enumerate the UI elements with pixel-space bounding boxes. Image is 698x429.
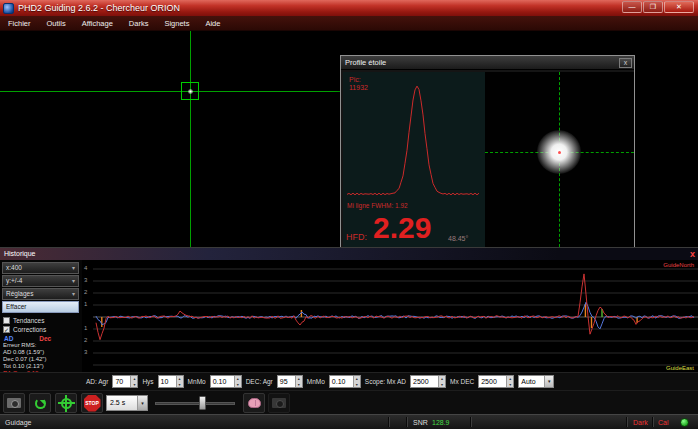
star-profile-window[interactable]: Profile étoile x Pic: 11932 Mi ligne FWH… bbox=[340, 55, 635, 253]
hfd-value: 2.29 bbox=[373, 212, 431, 244]
menu-affichage[interactable]: Affichage bbox=[74, 16, 121, 31]
max-dec-duration-value: 2500 bbox=[479, 376, 506, 387]
peak-readout: Pic: 11932 bbox=[349, 76, 368, 92]
status-mode: Guidage bbox=[5, 415, 31, 429]
status-separator bbox=[652, 417, 654, 427]
camera-icon bbox=[272, 398, 286, 408]
menu-fichier[interactable]: Fichier bbox=[0, 16, 39, 31]
guide-target-icon bbox=[61, 398, 72, 409]
spinner-icon[interactable]: ▴▾ bbox=[438, 376, 445, 387]
rms-total: Tot 0.10 (2.13") bbox=[3, 363, 44, 369]
maximize-button[interactable]: ❐ bbox=[643, 1, 663, 13]
history-controls: x:400 ▾ y:+/-4 ▾ Réglages ▾ Effacer Tend… bbox=[0, 260, 82, 373]
star-centroid-marker bbox=[558, 151, 561, 154]
guiding-graph: 4 3 2 1 1 2 3 GuideNorth GuideEast bbox=[82, 260, 698, 373]
history-close-icon[interactable]: x bbox=[690, 248, 695, 260]
max-dec-duration-stepper[interactable]: 2500 ▴▾ bbox=[478, 375, 514, 388]
status-separator bbox=[470, 417, 472, 427]
param-label-max-ra: Scope: Mx AD bbox=[365, 378, 406, 385]
settings-dropdown[interactable]: Réglages ▾ bbox=[2, 288, 79, 300]
spinner-icon[interactable]: ▴▾ bbox=[130, 376, 137, 387]
y-tick: 3 bbox=[84, 277, 87, 284]
history-titlebar[interactable]: Historique bbox=[0, 248, 698, 260]
y-tick: 3 bbox=[84, 349, 87, 356]
close-button[interactable]: ✕ bbox=[664, 1, 694, 13]
spinner-icon[interactable]: ▴▾ bbox=[506, 376, 513, 387]
hfd-angle: 48.45° bbox=[448, 235, 468, 242]
star-profile-close-icon[interactable]: x bbox=[619, 58, 632, 68]
corrections-checkbox-row[interactable]: ✓ Corrections bbox=[3, 325, 46, 334]
minimize-button[interactable]: — bbox=[622, 1, 642, 13]
lock-crosshair-horizontal bbox=[0, 91, 343, 92]
star-zoom-pane bbox=[485, 72, 634, 252]
ra-aggression-stepper[interactable]: 70 ▴▾ bbox=[112, 375, 138, 388]
exposure-duration-select[interactable]: 2.5 s ▾ bbox=[106, 395, 148, 411]
star-profile-titlebar[interactable]: Profile étoile bbox=[341, 56, 634, 70]
chevron-down-icon: ▾ bbox=[544, 376, 553, 387]
param-label-dec-agr: DEC: Agr bbox=[246, 378, 273, 385]
status-separator bbox=[388, 417, 390, 427]
guide-north-label: GuideNorth bbox=[663, 262, 694, 268]
chevron-down-icon: ▾ bbox=[72, 289, 75, 299]
menu-signets[interactable]: Signets bbox=[156, 16, 197, 31]
chevron-down-icon: ▾ bbox=[72, 263, 75, 273]
camera-settings-button[interactable] bbox=[268, 393, 290, 413]
hysteresis-stepper[interactable]: 10 ▴▾ bbox=[158, 375, 184, 388]
stop-button[interactable]: STOP bbox=[81, 393, 103, 413]
y-tick: 1 bbox=[84, 325, 87, 332]
spinner-icon[interactable]: ▴▾ bbox=[176, 376, 183, 387]
ra-minmove-stepper[interactable]: 0.10 ▴▾ bbox=[210, 375, 242, 388]
dec-aggression-value: 95 bbox=[278, 376, 295, 387]
dec-mode-value: Auto bbox=[519, 376, 544, 387]
window-titlebar[interactable]: PHD2 Guiding 2.6.2 - Chercheur ORION — ❐… bbox=[0, 0, 698, 16]
chevron-down-icon: ▾ bbox=[72, 276, 75, 286]
gamma-slider[interactable] bbox=[155, 395, 235, 411]
menu-aide[interactable]: Aide bbox=[197, 16, 228, 31]
trend-checkbox[interactable] bbox=[3, 317, 10, 324]
menu-darks[interactable]: Darks bbox=[121, 16, 157, 31]
x-scale-dropdown[interactable]: x:400 ▾ bbox=[2, 262, 79, 274]
y-scale-dropdown[interactable]: y:+/-4 ▾ bbox=[2, 275, 79, 287]
advanced-settings-button[interactable] bbox=[243, 393, 265, 413]
peak-label: Pic: bbox=[349, 76, 368, 84]
menu-outils[interactable]: Outils bbox=[39, 16, 74, 31]
loop-exposures-button[interactable] bbox=[29, 393, 51, 413]
trend-checkbox-row[interactable]: Tendances bbox=[3, 316, 44, 325]
camera-icon bbox=[7, 398, 21, 408]
status-separator bbox=[626, 417, 628, 427]
legend-ra: AD bbox=[4, 335, 13, 342]
guiding-graph-plot bbox=[82, 260, 698, 373]
cal-status: Cal bbox=[658, 415, 669, 429]
param-label-hys: Hys bbox=[142, 378, 153, 385]
clear-button[interactable]: Effacer bbox=[2, 301, 79, 313]
ra-aggression-value: 70 bbox=[113, 376, 130, 387]
dec-minmove-value: 0.10 bbox=[330, 376, 353, 387]
lock-crosshair-vertical bbox=[190, 31, 191, 247]
camera-connect-button[interactable] bbox=[3, 393, 25, 413]
trend-label: Tendances bbox=[13, 317, 44, 324]
spinner-icon[interactable]: ▴▾ bbox=[353, 376, 360, 387]
slider-thumb[interactable] bbox=[199, 396, 206, 410]
spinner-icon[interactable]: ▴▾ bbox=[295, 376, 302, 387]
spinner-icon[interactable]: ▴▾ bbox=[234, 376, 241, 387]
corrections-checkbox[interactable]: ✓ bbox=[3, 326, 10, 333]
snr-label: SNR bbox=[413, 415, 428, 429]
status-separator bbox=[406, 417, 408, 427]
y-tick: 1 bbox=[84, 301, 87, 308]
fwhm-readout: Mi ligne FWHM: 1.92 bbox=[347, 202, 408, 209]
corrections-label: Corrections bbox=[13, 326, 46, 333]
settings-label: Réglages bbox=[6, 290, 33, 297]
guide-button[interactable] bbox=[55, 393, 77, 413]
dec-aggression-stepper[interactable]: 95 ▴▾ bbox=[277, 375, 303, 388]
y-tick: 2 bbox=[84, 337, 87, 344]
dec-mode-select[interactable]: Auto ▾ bbox=[518, 375, 554, 388]
connection-status-icon bbox=[680, 418, 689, 427]
exposure-value: 2.5 s bbox=[107, 396, 137, 410]
stop-icon: STOP bbox=[84, 395, 101, 412]
dec-minmove-stepper[interactable]: 0.10 ▴▾ bbox=[329, 375, 361, 388]
star-profile-curve bbox=[343, 72, 485, 206]
y-tick: 2 bbox=[84, 289, 87, 296]
max-ra-duration-value: 2500 bbox=[411, 376, 438, 387]
max-ra-duration-stepper[interactable]: 2500 ▴▾ bbox=[410, 375, 446, 388]
star-selection-box[interactable] bbox=[181, 82, 199, 100]
